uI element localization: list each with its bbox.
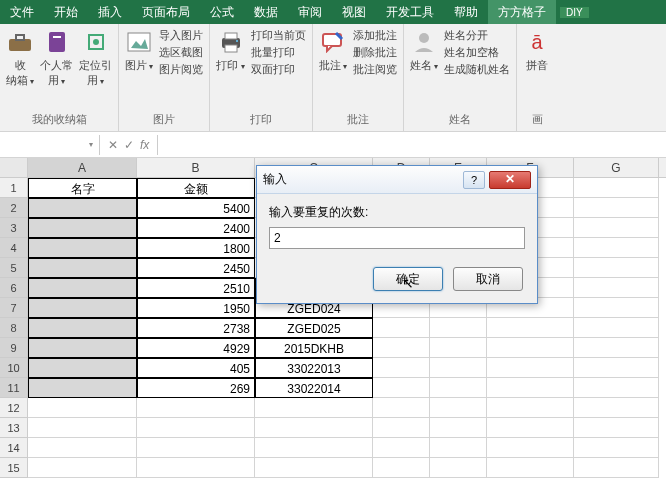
cell[interactable] <box>28 398 137 418</box>
ribbon-comment-button[interactable]: 批注 <box>319 28 347 77</box>
cell[interactable] <box>430 458 487 478</box>
cell[interactable] <box>28 418 137 438</box>
cell[interactable] <box>574 218 659 238</box>
cell[interactable]: 33022013 <box>255 358 373 378</box>
cell[interactable] <box>574 358 659 378</box>
ribbon-name-space[interactable]: 姓名加空格 <box>444 45 510 60</box>
cell[interactable] <box>28 278 137 298</box>
row-header[interactable]: 11 <box>0 378 28 398</box>
cell[interactable] <box>373 358 430 378</box>
row-header[interactable]: 3 <box>0 218 28 238</box>
row-header[interactable]: 12 <box>0 398 28 418</box>
menu-ffgz[interactable]: 方方格子 <box>488 0 556 24</box>
cell[interactable] <box>574 318 659 338</box>
row-header[interactable]: 10 <box>0 358 28 378</box>
row-header[interactable]: 1 <box>0 178 28 198</box>
cell[interactable]: 1950 <box>137 298 255 318</box>
cancel-button[interactable]: 取消 <box>453 267 523 291</box>
cell[interactable]: 2015DKHB <box>255 338 373 358</box>
close-button[interactable]: ✕ <box>489 171 531 189</box>
cell[interactable] <box>430 318 487 338</box>
name-box[interactable]: ▾ <box>0 135 100 155</box>
cell[interactable]: 5400 <box>137 198 255 218</box>
cell[interactable] <box>574 338 659 358</box>
cell[interactable]: 2738 <box>137 318 255 338</box>
cell[interactable]: 405 <box>137 358 255 378</box>
cell[interactable] <box>28 318 137 338</box>
ribbon-comment-del[interactable]: 删除批注 <box>353 45 397 60</box>
ribbon-personal-button[interactable]: 个人常 用 <box>40 28 73 88</box>
ribbon-name-split[interactable]: 姓名分开 <box>444 28 510 43</box>
row-header[interactable]: 5 <box>0 258 28 278</box>
cell[interactable] <box>574 458 659 478</box>
ribbon-image-view[interactable]: 图片阅览 <box>159 62 203 77</box>
confirm-icon[interactable]: ✓ <box>124 138 134 152</box>
cell[interactable] <box>574 278 659 298</box>
row-header[interactable]: 14 <box>0 438 28 458</box>
ribbon-locate-button[interactable]: 定位引 用 <box>79 28 112 88</box>
help-button[interactable]: ? <box>463 171 485 189</box>
cell[interactable] <box>255 458 373 478</box>
cell[interactable]: 名字 <box>28 178 137 198</box>
dialog-titlebar[interactable]: 输入 ? ✕ <box>257 166 537 194</box>
menu-formula[interactable]: 公式 <box>200 0 244 24</box>
cell[interactable] <box>28 258 137 278</box>
col-header[interactable]: B <box>137 158 255 177</box>
cell[interactable] <box>574 178 659 198</box>
ribbon-print-current[interactable]: 打印当前页 <box>251 28 306 43</box>
cell[interactable] <box>28 238 137 258</box>
cell[interactable]: 1800 <box>137 238 255 258</box>
ribbon-name-random[interactable]: 生成随机姓名 <box>444 62 510 77</box>
cell[interactable] <box>28 358 137 378</box>
cell[interactable] <box>487 458 574 478</box>
cell[interactable] <box>137 438 255 458</box>
cell[interactable] <box>487 438 574 458</box>
select-all-corner[interactable] <box>0 158 28 177</box>
cell[interactable] <box>28 338 137 358</box>
row-header[interactable]: 6 <box>0 278 28 298</box>
cell[interactable] <box>574 398 659 418</box>
cell[interactable] <box>430 378 487 398</box>
col-header[interactable]: A <box>28 158 137 177</box>
ribbon-screenshot[interactable]: 选区截图 <box>159 45 203 60</box>
cell[interactable] <box>28 298 137 318</box>
ribbon-image-button[interactable]: 图片 <box>125 28 153 77</box>
cell[interactable] <box>373 458 430 478</box>
chevron-down-icon[interactable]: ▾ <box>89 140 93 149</box>
ok-button[interactable]: 确定 <box>373 267 443 291</box>
menu-review[interactable]: 审阅 <box>288 0 332 24</box>
cancel-icon[interactable]: ✕ <box>108 138 118 152</box>
row-header[interactable]: 13 <box>0 418 28 438</box>
col-header[interactable]: G <box>574 158 659 177</box>
cell[interactable] <box>574 438 659 458</box>
cell[interactable] <box>574 378 659 398</box>
cell[interactable] <box>373 318 430 338</box>
cell[interactable] <box>255 438 373 458</box>
ribbon-storage-button[interactable]: 收 纳箱 <box>6 28 34 88</box>
fx-icon[interactable]: fx <box>140 138 149 152</box>
ribbon-pinyin-button[interactable]: ā 拼音 <box>523 28 551 73</box>
cell[interactable] <box>373 438 430 458</box>
row-header[interactable]: 7 <box>0 298 28 318</box>
cell[interactable] <box>574 418 659 438</box>
menu-diy[interactable]: DIY <box>560 7 589 18</box>
cell[interactable] <box>373 418 430 438</box>
menu-insert[interactable]: 插入 <box>88 0 132 24</box>
cell[interactable] <box>373 378 430 398</box>
cell[interactable] <box>430 418 487 438</box>
menu-layout[interactable]: 页面布局 <box>132 0 200 24</box>
ribbon-print-batch[interactable]: 批量打印 <box>251 45 306 60</box>
cell[interactable] <box>28 378 137 398</box>
cell[interactable] <box>430 438 487 458</box>
cell[interactable]: 2450 <box>137 258 255 278</box>
cell[interactable] <box>137 418 255 438</box>
cell[interactable] <box>574 198 659 218</box>
row-header[interactable]: 15 <box>0 458 28 478</box>
cell[interactable] <box>574 298 659 318</box>
cell[interactable] <box>28 458 137 478</box>
menu-view[interactable]: 视图 <box>332 0 376 24</box>
cell[interactable]: 2510 <box>137 278 255 298</box>
cell[interactable] <box>487 358 574 378</box>
cell[interactable] <box>574 258 659 278</box>
cell[interactable] <box>574 238 659 258</box>
